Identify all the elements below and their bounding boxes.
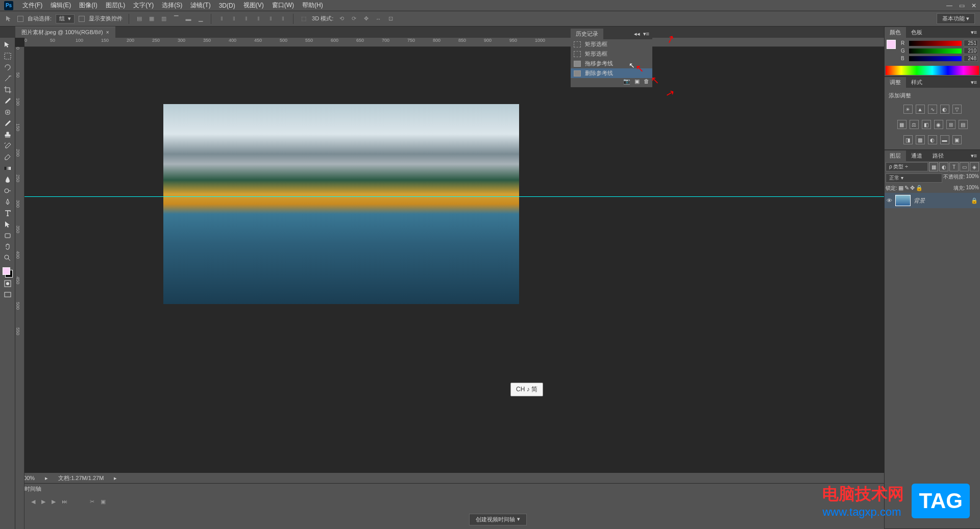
auto-select-dropdown[interactable]: 组▾ <box>56 14 75 23</box>
align-top-icon[interactable]: ▔ <box>172 15 180 23</box>
history-item[interactable]: 拖移参考线 <box>571 59 652 68</box>
vertical-ruler[interactable]: 050100150200250300350400450500550 <box>15 47 24 529</box>
levels-icon[interactable]: ▲ <box>916 105 925 114</box>
create-timeline-button[interactable]: 创建视频时间轴▾ <box>469 514 527 525</box>
g-slider[interactable] <box>909 48 962 54</box>
vibrance-icon[interactable]: ▽ <box>952 105 962 114</box>
goto-last-icon[interactable]: ⏭ <box>62 498 67 505</box>
menu-type[interactable]: 文字(Y) <box>129 1 158 10</box>
horizontal-ruler[interactable]: 0501001502002503003504004505005506006507… <box>24 38 980 47</box>
swatches-tab[interactable]: 色板 <box>906 27 927 38</box>
layer-item[interactable]: 👁 背景 🔒 <box>885 193 980 208</box>
b-slider[interactable] <box>909 56 962 61</box>
lock-position-icon[interactable]: ✥ <box>910 185 915 192</box>
camera-icon[interactable]: 📷 <box>623 78 630 87</box>
menu-view[interactable]: 视图(V) <box>239 1 268 10</box>
filter-adjust-icon[interactable]: ◐ <box>939 162 948 171</box>
3d-slide-icon[interactable]: ↔ <box>374 15 382 23</box>
new-snapshot-icon[interactable]: ▣ <box>634 78 640 87</box>
document-tab[interactable]: 图片素材.jpeg @ 100%(RGB/8#) × <box>15 27 115 38</box>
opacity-value[interactable]: 100% <box>966 173 979 183</box>
show-transform-checkbox[interactable] <box>79 16 85 22</box>
menu-layer[interactable]: 图层(L) <box>102 1 130 10</box>
styles-tab[interactable]: 样式 <box>906 77 927 88</box>
lookup-icon[interactable]: ▤ <box>959 120 968 129</box>
lock-all-icon[interactable]: 🔒 <box>916 185 923 192</box>
move-tool-icon[interactable] <box>5 15 13 23</box>
r-value-input[interactable]: 251 <box>964 40 978 46</box>
visibility-icon[interactable]: 👁 <box>887 197 892 204</box>
panel-menu-icon[interactable]: ▾≡ <box>643 31 652 37</box>
history-item[interactable]: 删除参考线 <box>571 68 652 78</box>
menu-3d[interactable]: 3D(D) <box>215 2 239 9</box>
dodge-tool[interactable] <box>2 186 14 196</box>
history-tab[interactable]: 历史记录 <box>571 29 603 39</box>
distribute-4-icon[interactable]: ⫴ <box>254 15 262 23</box>
3d-scale-icon[interactable]: ⊡ <box>386 15 395 23</box>
panel-collapse-icon[interactable]: ◂◂ <box>634 31 643 37</box>
channels-tab[interactable]: 通道 <box>906 150 927 161</box>
align-bottom-icon[interactable]: ▁ <box>197 15 205 23</box>
gradient-tool[interactable] <box>2 163 14 173</box>
menu-image[interactable]: 图像(I) <box>75 1 101 10</box>
menu-filter[interactable]: 滤镜(T) <box>186 1 214 10</box>
threshold-icon[interactable]: ◐ <box>928 135 937 144</box>
foreground-color-swatch[interactable] <box>3 267 10 275</box>
bw-icon[interactable]: ◧ <box>922 120 931 129</box>
blend-mode-dropdown[interactable]: 正常 ▾ <box>886 173 942 183</box>
history-item[interactable]: 矩形选框 <box>571 39 652 49</box>
hand-tool[interactable] <box>2 242 14 252</box>
color-spectrum[interactable] <box>886 66 979 75</box>
filter-smart-icon[interactable]: ◈ <box>970 162 979 171</box>
distribute-2-icon[interactable]: ⫴ <box>230 15 238 23</box>
layers-tab[interactable]: 图层 <box>885 150 906 161</box>
menu-window[interactable]: 窗口(W) <box>268 1 298 10</box>
color-preview[interactable] <box>887 40 898 51</box>
invert-icon[interactable]: ◨ <box>903 135 913 144</box>
brush-tool[interactable] <box>2 118 14 129</box>
menu-help[interactable]: 帮助(H) <box>298 1 327 10</box>
exposure-icon[interactable]: ◐ <box>940 105 949 114</box>
blur-tool[interactable] <box>2 174 14 185</box>
marquee-tool[interactable] <box>2 51 14 61</box>
panel-menu-icon[interactable]: ▾≡ <box>971 79 980 86</box>
3d-roll-icon[interactable]: ⟳ <box>350 15 358 23</box>
canvas-viewport[interactable] <box>24 47 980 473</box>
align-left-icon[interactable]: ▤ <box>135 15 143 23</box>
next-frame-icon[interactable]: ▶ <box>52 498 56 505</box>
layer-thumbnail[interactable] <box>895 195 911 206</box>
chevron-right-icon[interactable]: ▸ <box>45 475 48 482</box>
color-swatches[interactable] <box>3 267 13 278</box>
filter-type-icon[interactable]: T <box>949 162 959 171</box>
gradient-map-icon[interactable]: ▬ <box>940 135 949 144</box>
eraser-tool[interactable] <box>2 152 14 162</box>
layer-name[interactable]: 背景 <box>914 197 925 205</box>
crop-tool[interactable] <box>2 85 14 95</box>
horizontal-guide[interactable] <box>24 196 980 197</box>
stamp-tool[interactable] <box>2 130 14 140</box>
path-selection-tool[interactable] <box>2 219 14 230</box>
fill-value[interactable]: 100% <box>966 185 979 192</box>
filter-pixel-icon[interactable]: ▦ <box>929 162 938 171</box>
align-center-v-icon[interactable]: ▬ <box>184 15 192 23</box>
canvas-image[interactable] <box>163 104 519 304</box>
healing-tool[interactable] <box>2 107 14 117</box>
b-value-input[interactable]: 248 <box>964 55 978 62</box>
chevron-right-icon[interactable]: ▸ <box>114 475 117 482</box>
distribute-6-icon[interactable]: ⫴ <box>279 15 287 23</box>
type-tool[interactable] <box>2 208 14 218</box>
menu-edit[interactable]: 编辑(E) <box>46 1 75 10</box>
3d-icon[interactable]: ⬚ <box>300 15 308 23</box>
menu-select[interactable]: 选择(S) <box>158 1 186 10</box>
history-item[interactable]: 矩形选框 <box>571 49 652 59</box>
workspace-switcher[interactable]: 基本功能 ▾ <box>937 13 975 24</box>
eyedropper-tool[interactable] <box>2 96 14 106</box>
panel-menu-icon[interactable]: ▾≡ <box>971 153 980 159</box>
curves-icon[interactable]: ∿ <box>928 105 937 114</box>
paths-tab[interactable]: 路径 <box>927 150 949 161</box>
balance-icon[interactable]: ⚖ <box>910 120 919 129</box>
photo-filter-icon[interactable]: ◉ <box>934 120 943 129</box>
brightness-icon[interactable]: ☀ <box>903 105 913 114</box>
quick-mask-tool[interactable] <box>2 279 14 289</box>
r-slider[interactable] <box>909 41 962 46</box>
